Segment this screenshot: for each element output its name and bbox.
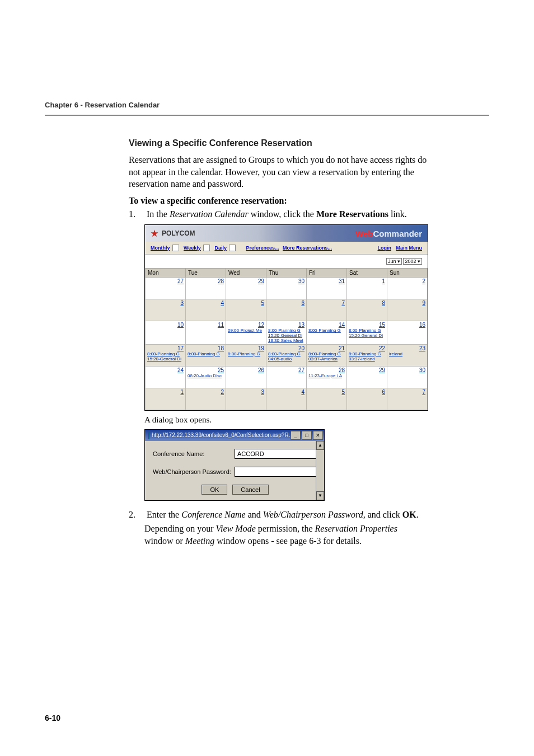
conference-name-input[interactable] [235, 449, 317, 459]
calendar-cell[interactable]: 8 [347, 299, 387, 321]
month-select[interactable]: Jun ▾ [386, 258, 402, 265]
cancel-button[interactable]: Cancel [232, 485, 268, 495]
calendar-cell[interactable]: 24 [146, 366, 186, 388]
day-number-link[interactable]: 5 [261, 300, 264, 306]
reservation-link[interactable]: 04:05-audio [268, 357, 305, 362]
reservation-link[interactable]: 8:00-Planning G [188, 352, 224, 357]
close-button[interactable]: ✕ [313, 431, 323, 440]
day-number-link[interactable]: 11 [218, 322, 224, 328]
reservation-link[interactable]: 09:00-Project Me [228, 328, 264, 334]
reservation-link[interactable]: 15:20-General Di [147, 357, 184, 362]
calendar-cell[interactable]: 9 [387, 299, 428, 321]
reservation-link[interactable]: 15:20-General Di [349, 334, 385, 339]
day-number-link[interactable]: 23 [419, 345, 425, 351]
calendar-cell[interactable]: 7 [387, 388, 428, 410]
calendar-cell[interactable]: 23ireland [387, 344, 428, 366]
reservation-link[interactable]: 11:23-Europe / A [308, 374, 345, 379]
calendar-cell[interactable]: 29 [347, 366, 387, 388]
day-number-link[interactable]: 25 [218, 367, 224, 373]
day-number-link[interactable]: 29 [258, 278, 264, 284]
password-input[interactable] [235, 467, 317, 477]
calendar-cell[interactable]: 148:00-Planning G [307, 321, 347, 344]
day-number-link[interactable]: 7 [341, 300, 345, 306]
login-link[interactable]: Login [377, 245, 391, 251]
day-number-link[interactable]: 10 [177, 322, 184, 328]
day-number-link[interactable]: 18 [218, 345, 224, 351]
day-number-link[interactable]: 15 [379, 322, 385, 328]
day-number-link[interactable]: 27 [298, 367, 305, 373]
calendar-cell[interactable]: 5 [307, 388, 347, 410]
day-number-link[interactable]: 24 [177, 367, 184, 373]
day-number-link[interactable]: 2 [422, 278, 425, 284]
day-number-link[interactable]: 13 [298, 322, 305, 328]
main-menu-link[interactable]: Main Menu [396, 245, 423, 251]
day-number-link[interactable]: 3 [261, 389, 264, 395]
day-number-link[interactable]: 7 [422, 389, 425, 395]
day-number-link[interactable]: 4 [301, 389, 305, 395]
day-number-link[interactable]: 6 [301, 300, 305, 306]
reservation-link[interactable]: 03:37-America [308, 357, 345, 362]
view-daily-link[interactable]: Daily [214, 245, 227, 251]
calendar-cell[interactable]: 2508:20-Audio Disc [186, 366, 226, 388]
day-number-link[interactable]: 31 [339, 278, 345, 284]
calendar-cell[interactable]: 30 [266, 278, 307, 299]
reservation-link[interactable]: 18:30-Sales Meet [268, 339, 305, 344]
day-number-link[interactable]: 20 [298, 345, 305, 351]
calendar-cell[interactable]: 5 [226, 299, 266, 321]
day-number-link[interactable]: 8 [382, 300, 385, 306]
day-number-link[interactable]: 2 [221, 389, 224, 395]
day-number-link[interactable]: 12 [258, 322, 264, 328]
day-number-link[interactable]: 30 [419, 367, 425, 373]
minimize-button[interactable]: _ [291, 431, 301, 440]
preferences-link[interactable]: Preferences... [246, 245, 279, 251]
calendar-cell[interactable]: 138:00-Planning G15:20-General Di18:30-S… [266, 321, 307, 344]
calendar-cell[interactable]: 30 [387, 366, 428, 388]
calendar-cell[interactable]: 198:00-Planning G [226, 344, 266, 366]
day-number-link[interactable]: 29 [379, 367, 385, 373]
reservation-link[interactable]: 03:37-ireland [349, 357, 385, 362]
calendar-cell[interactable]: 3 [146, 299, 186, 321]
calendar-cell[interactable]: 158:00-Planning G15:20-General Di [347, 321, 387, 344]
more-reservations-link[interactable]: More Reservations... [283, 245, 332, 251]
calendar-cell[interactable]: 16 [387, 321, 428, 344]
calendar-cell[interactable]: 208:00-Planning G04:05-audio [266, 344, 307, 366]
day-number-link[interactable]: 1 [180, 389, 184, 395]
day-number-link[interactable]: 4 [221, 300, 224, 306]
calendar-cell[interactable]: 7 [307, 299, 347, 321]
calendar-cell[interactable]: 218:00-Planning G03:37-America [307, 344, 347, 366]
calendar-cell[interactable]: 2 [387, 278, 428, 299]
calendar-cell[interactable]: 2 [186, 388, 226, 410]
calendar-cell[interactable]: 178:00-Planning G15:20-General Di [146, 344, 186, 366]
day-number-link[interactable]: 26 [258, 367, 264, 373]
day-number-link[interactable]: 6 [382, 389, 385, 395]
calendar-cell[interactable]: 26 [226, 366, 266, 388]
calendar-cell[interactable]: 28 [186, 278, 226, 299]
scroll-down-button[interactable]: ▼ [316, 491, 324, 500]
scroll-up-button[interactable]: ▲ [316, 441, 324, 450]
day-number-link[interactable]: 28 [339, 367, 345, 373]
maximize-button[interactable]: □ [302, 431, 312, 440]
dialog-scrollbar[interactable]: ▲ ▼ [316, 441, 324, 500]
ok-button[interactable]: OK [202, 485, 227, 495]
calendar-cell[interactable]: 6 [347, 388, 387, 410]
day-number-link[interactable]: 1 [382, 278, 385, 284]
calendar-cell[interactable]: 27 [266, 366, 307, 388]
calendar-cell[interactable]: 31 [307, 278, 347, 299]
view-monthly-link[interactable]: Monthly [151, 245, 170, 251]
day-number-link[interactable]: 30 [298, 278, 305, 284]
view-weekly-link[interactable]: Weekly [184, 245, 201, 251]
day-number-link[interactable]: 22 [379, 345, 385, 351]
day-number-link[interactable]: 17 [177, 345, 184, 351]
calendar-cell[interactable]: 2811:23-Europe / A [307, 366, 347, 388]
calendar-cell[interactable]: 10 [146, 321, 186, 344]
calendar-cell[interactable]: 4 [266, 388, 307, 410]
day-number-link[interactable]: 9 [422, 300, 425, 306]
calendar-cell[interactable]: 188:00-Planning G [186, 344, 226, 366]
calendar-cell[interactable]: 11 [186, 321, 226, 344]
day-number-link[interactable]: 21 [339, 345, 345, 351]
day-number-link[interactable]: 3 [180, 300, 184, 306]
year-select[interactable]: 2002 ▾ [403, 258, 422, 265]
calendar-cell[interactable]: 1209:00-Project Me [226, 321, 266, 344]
calendar-cell[interactable]: 4 [186, 299, 226, 321]
day-number-link[interactable]: 5 [341, 389, 345, 395]
